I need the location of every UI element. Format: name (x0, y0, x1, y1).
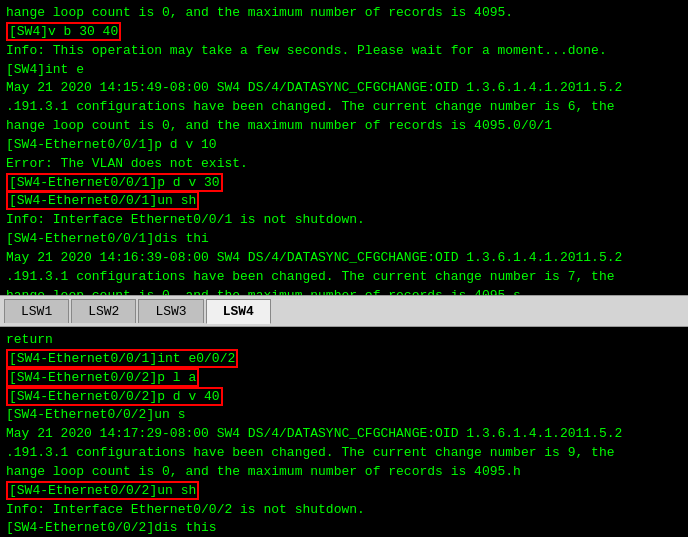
highlighted-command: [SW4]v b 30 40 (6, 22, 121, 41)
tab-lsw2[interactable]: LSW2 (71, 299, 136, 323)
terminal-line: hange loop count is 0, and the maximum n… (6, 117, 682, 136)
highlighted-command: [SW4-Ethernet0/0/2]un sh (6, 481, 199, 500)
terminal-line: [SW4-Ethernet0/0/1]un sh (6, 192, 682, 211)
bottom-terminal: return[SW4-Ethernet0/0/1]int e0/0/2[SW4-… (0, 327, 688, 537)
terminal-line: [SW4-Ethernet0/0/2]dis this (6, 519, 682, 537)
terminal-line: [SW4-Ethernet0/0/1]p d v 10 (6, 136, 682, 155)
terminal-line: Info: Interface Ethernet0/0/1 is not shu… (6, 211, 682, 230)
terminal-line: Error: The VLAN does not exist. (6, 155, 682, 174)
top-terminal: hange loop count is 0, and the maximum n… (0, 0, 688, 295)
highlighted-command: [SW4-Ethernet0/0/1]int e0/0/2 (6, 349, 238, 368)
terminal-line: [SW4-Ethernet0/0/2]p d v 40 (6, 388, 682, 407)
highlighted-command: [SW4-Ethernet0/0/1]un sh (6, 191, 199, 210)
tab-lsw1[interactable]: LSW1 (4, 299, 69, 323)
terminal-line: hange loop count is 0, and the maximum n… (6, 287, 682, 295)
terminal-line: [SW4]v b 30 40 (6, 23, 682, 42)
terminal-line: [SW4-Ethernet0/0/2]un sh (6, 482, 682, 501)
terminal-line: [SW4]int e (6, 61, 682, 80)
terminal-line: .191.3.1 configurations have been change… (6, 444, 682, 463)
highlighted-command: [SW4-Ethernet0/0/1]p d v 30 (6, 173, 223, 192)
terminal-line: May 21 2020 14:15:49-08:00 SW4 DS/4/DATA… (6, 79, 682, 98)
terminal-line: [SW4-Ethernet0/0/1]p d v 30 (6, 174, 682, 193)
terminal-line: hange loop count is 0, and the maximum n… (6, 4, 682, 23)
terminal-line: return (6, 331, 682, 350)
terminal-line: hange loop count is 0, and the maximum n… (6, 463, 682, 482)
terminal-line: [SW4-Ethernet0/0/1]dis thi (6, 230, 682, 249)
terminal-line: .191.3.1 configurations have been change… (6, 268, 682, 287)
tab-bar: LSW1LSW2LSW3LSW4 (0, 295, 688, 327)
highlighted-command: [SW4-Ethernet0/0/2]p l a (6, 368, 199, 387)
tab-lsw4[interactable]: LSW4 (206, 299, 271, 324)
terminal-line: May 21 2020 14:17:29-08:00 SW4 DS/4/DATA… (6, 425, 682, 444)
terminal-line: Info: Interface Ethernet0/0/2 is not shu… (6, 501, 682, 520)
terminal-line: [SW4-Ethernet0/0/2]un s (6, 406, 682, 425)
terminal-line: May 21 2020 14:16:39-08:00 SW4 DS/4/DATA… (6, 249, 682, 268)
terminal-line: .191.3.1 configurations have been change… (6, 98, 682, 117)
tab-lsw3[interactable]: LSW3 (138, 299, 203, 323)
terminal-line: [SW4-Ethernet0/0/2]p l a (6, 369, 682, 388)
terminal-line: [SW4-Ethernet0/0/1]int e0/0/2 (6, 350, 682, 369)
highlighted-command: [SW4-Ethernet0/0/2]p d v 40 (6, 387, 223, 406)
terminal-line: Info: This operation may take a few seco… (6, 42, 682, 61)
